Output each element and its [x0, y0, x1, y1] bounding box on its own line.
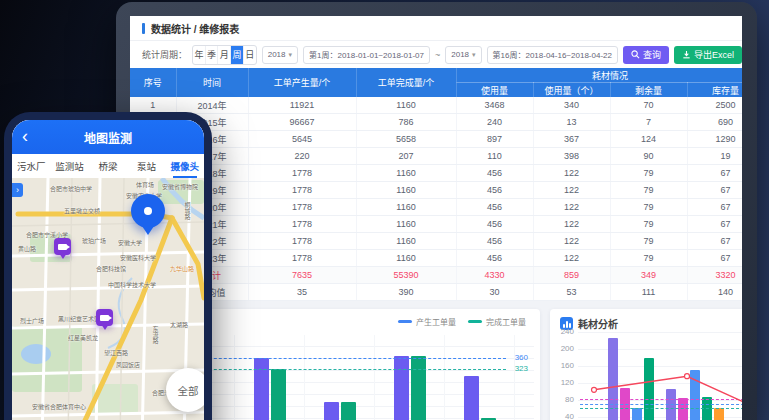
camera-marker-icon[interactable]	[96, 309, 113, 326]
table-cell: 67	[687, 216, 742, 233]
table-cell: 122	[533, 216, 610, 233]
back-icon[interactable]: ‹	[22, 124, 28, 148]
table-cell: 53	[533, 284, 610, 301]
year-end-select[interactable]: 2018 ▾	[445, 46, 481, 64]
map-label: 望江西路	[104, 350, 128, 356]
filter-bar: 统计周期： 年季月周日 2018 ▾ 第1周：2018-01-01~2018-0…	[130, 41, 742, 68]
week-end-input[interactable]: 第16周：2018-04-16~2018-04-22	[487, 46, 618, 64]
table-cell: 13	[533, 114, 610, 131]
table-cell: 398	[533, 148, 610, 165]
period-option-日[interactable]: 日	[244, 46, 256, 64]
table-cell: 3320	[687, 267, 742, 284]
map-label: 凤园饭店	[116, 362, 140, 368]
table-cell: 859	[533, 267, 610, 284]
table-cell: 5658	[356, 131, 456, 148]
map-label: 合肥科技馆	[96, 266, 126, 272]
table-cell: 67	[687, 182, 742, 199]
location-pin-icon[interactable]	[131, 194, 165, 228]
tab-泵站[interactable]: 泵站	[127, 154, 165, 178]
table-cell: 122	[533, 233, 610, 250]
table-cell: 79	[610, 216, 687, 233]
column-header: 时间	[176, 68, 248, 97]
table-cell: 1778	[248, 216, 356, 233]
table-cell: 140	[687, 284, 742, 301]
table-cell: 456	[456, 233, 533, 250]
table-cell: 3468	[456, 97, 533, 114]
tab-监测站[interactable]: 监测站	[50, 154, 88, 178]
table-cell: 122	[533, 182, 610, 199]
table-cell: 122	[533, 250, 610, 267]
column-header: 序号	[130, 68, 176, 97]
report-table-container: 序号时间工单产生量/个工单完成量/个耗材情况使用量使用量（个）剩余量库存量 12…	[130, 68, 742, 301]
table-cell: 1778	[248, 182, 356, 199]
column-header: 工单产生量/个	[248, 68, 356, 97]
tab-污水厂[interactable]: 污水厂	[12, 154, 50, 178]
camera-marker-icon[interactable]	[54, 238, 71, 255]
period-option-季[interactable]: 季	[206, 46, 219, 64]
table-cell: 90	[610, 148, 687, 165]
chart-bar	[324, 402, 339, 420]
table-cell: 110	[456, 148, 533, 165]
table-row: 82021年177811604561227967	[130, 216, 742, 233]
breadcrumb-accent	[142, 23, 145, 34]
search-button[interactable]: 查询	[623, 46, 669, 64]
show-all-button[interactable]: 全部	[166, 368, 204, 412]
table-cell: 456	[456, 199, 533, 216]
table-cell: 122	[533, 199, 610, 216]
period-label: 统计周期：	[142, 48, 187, 61]
table-cell: 456	[456, 165, 533, 182]
period-option-月[interactable]: 月	[218, 46, 231, 64]
gridline	[444, 335, 445, 420]
chart-bar	[271, 369, 286, 420]
map-label: 安徽医科大学	[120, 255, 156, 261]
table-cell: 690	[687, 114, 742, 131]
table-cell: 1160	[356, 199, 456, 216]
table-cell: 79	[610, 165, 687, 182]
tab-摄像头[interactable]: 摄像头	[166, 154, 204, 178]
table-body: 12014年119211160346834070250022015年966677…	[130, 97, 742, 301]
sub-column-header: 库存量	[687, 83, 742, 98]
consumables-chart-card: 耗材分析 2402001601208040	[550, 309, 742, 420]
map-label: 中国科学技术大学	[108, 282, 156, 288]
table-cell: 456	[456, 250, 533, 267]
table-cell: 79	[610, 199, 687, 216]
week-end-value: 第16周：2018-04-16~2018-04-22	[493, 49, 612, 60]
column-header: 工单完成量/个	[356, 68, 456, 97]
table-row: 102023年177811604561227967	[130, 250, 742, 267]
tab-桥梁[interactable]: 桥梁	[89, 154, 127, 178]
table-cell: 1160	[356, 165, 456, 182]
chart-bar	[394, 356, 409, 420]
table-row: 42017年2202071103989019	[130, 148, 742, 165]
table-cell: 367	[533, 131, 610, 148]
sub-column-header: 使用量	[456, 83, 533, 98]
map-view[interactable]: 合肥市琥珀中学体育场安徽农业大学安徽省博物院桐城路五里墩立交桥合肥市宁溪小学黄山…	[12, 178, 204, 420]
expand-icon[interactable]: ›	[12, 183, 23, 197]
gridline	[234, 335, 235, 420]
map-label: 五里墩立交桥	[64, 208, 100, 214]
table-cell: 456	[456, 182, 533, 199]
table-cell: 96667	[248, 114, 356, 131]
camera-glyph	[100, 315, 109, 321]
page-background: 数据统计 / 维修报表 统计周期： 年季月周日 2018 ▾ 第1周：2018-…	[0, 0, 769, 420]
table-cell: 786	[356, 114, 456, 131]
table-cell: 70	[610, 97, 687, 114]
charts-row: 产生工单量完成工单量 360323 耗材分析 2402001601208040	[138, 309, 742, 420]
period-option-周[interactable]: 周	[231, 46, 244, 64]
phone-screen: ‹ 地图监测 污水厂监测站桥梁泵站摄像头	[12, 120, 204, 420]
year-start-select[interactable]: 2018 ▾	[262, 46, 298, 64]
map-label: 琥珀广场	[82, 238, 106, 244]
table-cell: 1160	[356, 233, 456, 250]
period-option-年[interactable]: 年	[193, 46, 206, 64]
table-cell: 1290	[687, 131, 742, 148]
table-cell: 11921	[248, 97, 356, 114]
table-row: 52018年177811604561227967	[130, 165, 742, 182]
chevron-down-icon: ▾	[472, 51, 476, 59]
year-start-value: 2018	[268, 50, 286, 59]
week-start-input[interactable]: 第1周：2018-01-01~2018-01-07	[303, 46, 430, 64]
table-cell: 1160	[356, 182, 456, 199]
table-cell: 1778	[248, 250, 356, 267]
table-cell: 111	[610, 284, 687, 301]
export-excel-button[interactable]: 导出Excel	[674, 46, 742, 64]
map-label: 东流路	[152, 326, 158, 344]
map-label: 安徽省合肥体育中心	[32, 404, 86, 410]
